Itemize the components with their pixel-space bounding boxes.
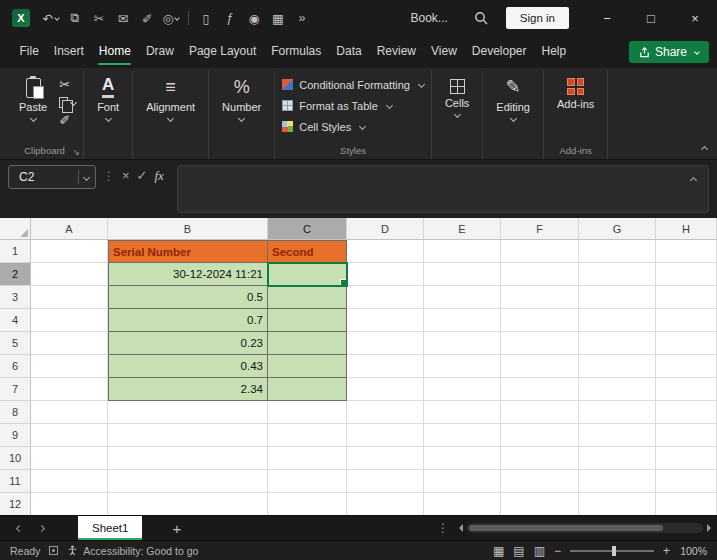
- cell-A2[interactable]: [31, 263, 108, 286]
- copy-icon[interactable]: ⧉: [63, 4, 87, 32]
- cell-E7[interactable]: [424, 378, 501, 401]
- cell-H8[interactable]: [656, 401, 717, 424]
- cell-G7[interactable]: [579, 378, 656, 401]
- view-page-layout-icon[interactable]: ▤: [513, 544, 524, 558]
- cell-H5[interactable]: [656, 332, 717, 355]
- cell-A3[interactable]: [31, 286, 108, 309]
- cell-B7[interactable]: 2.34: [108, 378, 268, 401]
- undo-icon[interactable]: ↶: [39, 4, 63, 32]
- row-header-3[interactable]: 3: [0, 286, 31, 309]
- menu-tab-help[interactable]: Help: [534, 36, 574, 68]
- cell-A5[interactable]: [31, 332, 108, 355]
- cell-B1[interactable]: Serial Number: [108, 240, 268, 263]
- cell-C3[interactable]: [268, 286, 347, 309]
- column-header-E[interactable]: E: [424, 218, 501, 240]
- cell-C2[interactable]: [268, 263, 347, 286]
- row-header-5[interactable]: 5: [0, 332, 31, 355]
- cell-F11[interactable]: [501, 470, 579, 493]
- cell-C6[interactable]: [268, 355, 347, 378]
- row-header-12[interactable]: 12: [0, 493, 31, 515]
- menu-tab-review[interactable]: Review: [369, 36, 423, 68]
- cell-C12[interactable]: [268, 493, 347, 515]
- cell-E8[interactable]: [424, 401, 501, 424]
- excel-logo-icon[interactable]: X: [12, 9, 30, 27]
- maximize-button[interactable]: □: [629, 0, 673, 36]
- share-button[interactable]: Share: [629, 41, 709, 63]
- paste-button[interactable]: Paste: [13, 73, 53, 121]
- new-document-icon[interactable]: ▯: [194, 4, 218, 32]
- formula-input[interactable]: [177, 165, 709, 213]
- cell-C7[interactable]: [268, 378, 347, 401]
- cell-F5[interactable]: [501, 332, 579, 355]
- cell-E4[interactable]: [424, 309, 501, 332]
- menu-tab-page-layout[interactable]: Page Layout: [181, 36, 263, 68]
- row-header-7[interactable]: 7: [0, 378, 31, 401]
- cell-D2[interactable]: [347, 263, 424, 286]
- column-header-C[interactable]: C: [268, 218, 347, 240]
- row-header-2[interactable]: 2: [0, 263, 31, 286]
- cell-B8[interactable]: [108, 401, 268, 424]
- record-icon[interactable]: ◎: [159, 4, 183, 32]
- number-button[interactable]: % Number: [216, 73, 267, 121]
- cell-H10[interactable]: [656, 447, 717, 470]
- cell-G10[interactable]: [579, 447, 656, 470]
- scroll-right-icon[interactable]: [707, 524, 711, 532]
- cell-F12[interactable]: [501, 493, 579, 515]
- cell-H2[interactable]: [656, 263, 717, 286]
- menu-tab-insert[interactable]: Insert: [46, 36, 91, 68]
- ribbon-button-format-as-table[interactable]: Format as Table: [282, 96, 424, 115]
- row-header-9[interactable]: 9: [0, 424, 31, 447]
- alignment-button[interactable]: ≡ Alignment: [140, 73, 201, 121]
- cell-H11[interactable]: [656, 470, 717, 493]
- scroll-left-icon[interactable]: [459, 524, 463, 532]
- cut-button[interactable]: ✂: [59, 75, 76, 93]
- search-icon[interactable]: [474, 11, 488, 25]
- record-macro-icon[interactable]: [49, 546, 58, 555]
- cell-A1[interactable]: [31, 240, 108, 263]
- cut-icon[interactable]: ✂: [87, 4, 111, 32]
- cell-C5[interactable]: [268, 332, 347, 355]
- zoom-slider[interactable]: [570, 550, 654, 552]
- cell-H1[interactable]: [656, 240, 717, 263]
- cell-F6[interactable]: [501, 355, 579, 378]
- new-sheet-button[interactable]: +: [172, 521, 181, 536]
- row-header-6[interactable]: 6: [0, 355, 31, 378]
- accessibility-status[interactable]: Accessibility: Good to go: [67, 545, 198, 557]
- cell-F1[interactable]: [501, 240, 579, 263]
- cell-F2[interactable]: [501, 263, 579, 286]
- cell-D12[interactable]: [347, 493, 424, 515]
- cell-E5[interactable]: [424, 332, 501, 355]
- cell-G12[interactable]: [579, 493, 656, 515]
- cell-C4[interactable]: [268, 309, 347, 332]
- cell-D7[interactable]: [347, 378, 424, 401]
- row-header-1[interactable]: 1: [0, 240, 31, 263]
- cell-A8[interactable]: [31, 401, 108, 424]
- close-button[interactable]: ×: [673, 0, 717, 36]
- column-header-D[interactable]: D: [347, 218, 424, 240]
- cell-G3[interactable]: [579, 286, 656, 309]
- next-sheet-button[interactable]: [30, 526, 52, 531]
- view-page-break-icon[interactable]: ▥: [534, 544, 545, 558]
- cell-H6[interactable]: [656, 355, 717, 378]
- cell-C11[interactable]: [268, 470, 347, 493]
- enter-icon[interactable]: ✓: [137, 168, 148, 183]
- cell-F9[interactable]: [501, 424, 579, 447]
- cell-A7[interactable]: [31, 378, 108, 401]
- cell-D3[interactable]: [347, 286, 424, 309]
- copy-button[interactable]: [59, 93, 76, 111]
- more-commands-icon[interactable]: »: [290, 4, 314, 32]
- mail-icon[interactable]: ✉: [111, 4, 135, 32]
- minimize-button[interactable]: −: [585, 0, 629, 36]
- function-icon[interactable]: ƒ: [218, 4, 242, 32]
- cell-A12[interactable]: [31, 493, 108, 515]
- cell-A9[interactable]: [31, 424, 108, 447]
- cell-F10[interactable]: [501, 447, 579, 470]
- tab-overflow-icon[interactable]: ⋮: [437, 521, 449, 535]
- cell-B4[interactable]: 0.7: [108, 309, 268, 332]
- cell-D4[interactable]: [347, 309, 424, 332]
- cell-F7[interactable]: [501, 378, 579, 401]
- cancel-icon[interactable]: ×: [122, 168, 130, 183]
- cell-B10[interactable]: [108, 447, 268, 470]
- zoom-out-button[interactable]: −: [554, 544, 561, 558]
- cell-A10[interactable]: [31, 447, 108, 470]
